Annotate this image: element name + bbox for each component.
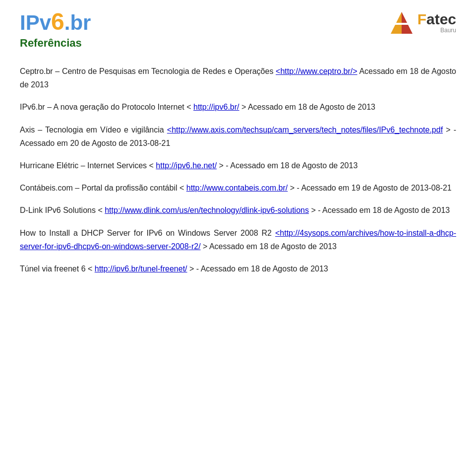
ref-7-text: How to Install a DHCP Server for IPv6 on… [20,226,456,253]
ref-block-3: Axis – Tecnologia em Vídeo e vigilância … [20,123,456,150]
ref-4-text: Hurricane Elétric – Internet Services < … [20,159,456,172]
references-content: Ceptro.br – Centro de Pesquisas em Tecno… [20,65,456,275]
fatec-logo: Fatec Bauru [389,10,456,36]
referencias-label: Referências [20,37,82,50]
ref-5-link[interactable]: http://www.contabeis.com.br/ [186,184,288,192]
ref-2-text: IPv6.br – A nova geração do Protocolo In… [20,100,456,114]
page-header: IPv6.br Referências Fatec Bauru [20,10,456,50]
ref-block-1: Ceptro.br – Centro de Pesquisas em Tecno… [20,65,456,91]
ref-3-text: Axis – Tecnologia em Vídeo e vigilância … [20,123,456,150]
ref-block-6: D-Link IPv6 Solutions < http://www.dlink… [20,203,456,217]
ref-8-text: Túnel via freenet 6 < http://ipv6.br/tun… [20,262,456,275]
ref-1-link[interactable]: <http://www.ceptro.br/> [276,67,357,75]
ref-6-link[interactable]: http://www.dlink.com/us/en/technology/dl… [105,206,309,214]
ref-2-link[interactable]: http://ipv6.br/ [193,103,239,111]
ref-8-link[interactable]: http://ipv6.br/tunel-freenet/ [95,265,187,273]
ref-block-7: How to Install a DHCP Server for IPv6 on… [20,226,456,253]
ref-block-4: Hurricane Elétric – Internet Services < … [20,159,456,172]
ref-block-5: Contábeis.com – Portal da profissão cont… [20,181,456,195]
ref-4-link[interactable]: http://ipv6.he.net/ [156,161,217,170]
ipv6-logo: IPv6.br [20,10,91,34]
ref-1-text: Ceptro.br – Centro de Pesquisas em Tecno… [20,65,456,91]
ref-block-8: Túnel via freenet 6 < http://ipv6.br/tun… [20,262,456,275]
ref-6-text: D-Link IPv6 Solutions < http://www.dlink… [20,203,456,217]
ipv6-logo-area: IPv6.br Referências [20,10,91,50]
ref-3-link[interactable]: <http://www.axis.com/techsup/cam_servers… [167,126,443,134]
fatec-subtitle: Bauru [417,27,456,34]
fatec-text: Fatec Bauru [417,12,456,34]
fatec-logo-area: Fatec Bauru [389,10,456,36]
ref-5-text: Contábeis.com – Portal da profissão cont… [20,181,456,195]
ipv6-logo-text: IPv6.br [20,10,91,34]
fatec-icon [389,10,415,36]
ref-block-2: IPv6.br – A nova geração do Protocolo In… [20,100,456,114]
svg-rect-2 [394,23,410,25]
